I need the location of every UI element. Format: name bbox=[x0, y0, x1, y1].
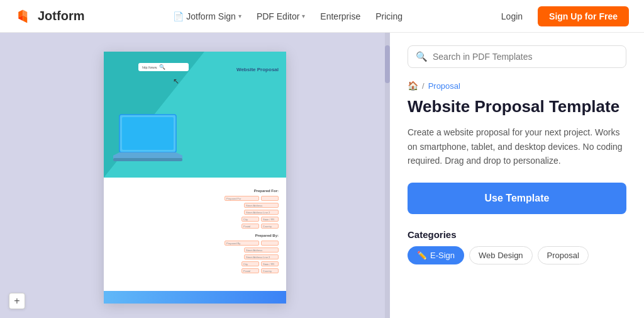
nav-enterprise[interactable]: Enterprise bbox=[314, 8, 367, 25]
scrollbar-thumb[interactable] bbox=[385, 45, 390, 83]
jotform-logo-icon bbox=[15, 8, 33, 25]
doc-field-street: Street Address bbox=[244, 203, 279, 208]
doc-browser-search-icon: 🔍 bbox=[159, 64, 165, 70]
doc-header-section: http://www. 🔍 ↖ Website Proposal bbox=[104, 52, 286, 178]
nav-pdf-editor-chevron: ▾ bbox=[302, 13, 305, 20]
doc-field-row-7: Street Address bbox=[111, 247, 279, 253]
doc-browser-bar: http://www. 🔍 bbox=[138, 63, 189, 71]
doc-prepared-for-label: Prepared For: bbox=[111, 189, 279, 193]
doc-field-street-by: Street Address bbox=[244, 247, 279, 253]
main-content: http://www. 🔍 ↖ Website Proposal bbox=[0, 33, 644, 318]
doc-field-postal-by: Postal bbox=[242, 268, 259, 273]
doc-field-row-2: Street Address bbox=[111, 203, 279, 208]
doc-field-prepared-for: Prepared For bbox=[225, 196, 259, 201]
doc-field-row-3: Street Address Line 2 bbox=[111, 210, 279, 215]
web-design-label: Web Design bbox=[479, 251, 523, 260]
search-bar: 🔍 bbox=[408, 45, 626, 68]
doc-field-street2-by: Street Address Line 2 bbox=[244, 254, 279, 259]
proposal-label: Proposal bbox=[547, 251, 579, 260]
doc-field-city: City bbox=[242, 217, 259, 222]
header: Jotform 📄 Jotform Sign ▾ PDF Editor ▾ En… bbox=[0, 0, 644, 33]
nav-enterprise-label: Enterprise bbox=[320, 11, 360, 21]
doc-field-country: Country bbox=[261, 224, 279, 229]
doc-field-country-by: Country bbox=[261, 268, 279, 273]
doc-field-row-5: Postal Country bbox=[111, 224, 279, 229]
cursor-icon: ↖ bbox=[173, 77, 179, 86]
zoom-button[interactable]: + bbox=[9, 293, 25, 309]
category-tag-web-design[interactable]: Web Design bbox=[469, 246, 533, 264]
category-tags: ✏️ E-Sign Web Design Proposal bbox=[408, 246, 626, 264]
nav-pdf-editor-label: PDF Editor bbox=[257, 11, 299, 21]
doc-field-row-4: City State / PR bbox=[111, 217, 279, 222]
doc-body: Prepared For: Prepared For Street Addres… bbox=[104, 178, 286, 281]
breadcrumb-separator: / bbox=[422, 81, 425, 91]
zoom-plus-icon: + bbox=[14, 295, 19, 307]
doc-field-prepared-by: Prepared By bbox=[225, 241, 259, 246]
doc-field-extra1 bbox=[261, 196, 279, 201]
doc-field-row: Prepared For bbox=[111, 196, 279, 201]
signup-button[interactable]: Sign Up for Free bbox=[538, 6, 629, 26]
doc-field-row-9: City State / PR bbox=[111, 261, 279, 266]
category-tag-proposal[interactable]: Proposal bbox=[538, 246, 589, 264]
svg-rect-3 bbox=[113, 158, 182, 161]
nav-jotform-sign-icon: 📄 bbox=[173, 11, 184, 21]
doc-browser-text: http://www. bbox=[142, 65, 157, 69]
doc-field-row-10: Postal Country bbox=[111, 268, 279, 273]
nav-actions: Login Sign Up for Free bbox=[491, 6, 629, 26]
breadcrumb-home-icon[interactable]: 🏠 bbox=[408, 81, 418, 91]
esign-icon: ✏️ bbox=[417, 251, 427, 260]
logo-area: Jotform bbox=[15, 8, 84, 25]
template-title: Website Proposal Template bbox=[408, 97, 626, 116]
categories-label: Categories bbox=[408, 229, 626, 240]
template-description: Create a website proposal for your next … bbox=[408, 125, 626, 168]
category-tag-esign[interactable]: ✏️ E-Sign bbox=[408, 246, 464, 264]
doc-blue-bar bbox=[104, 291, 286, 304]
doc-title: Website Proposal bbox=[236, 67, 279, 72]
right-panel: 🔍 🏠 / Proposal Website Proposal Template… bbox=[390, 33, 644, 318]
nav-pricing[interactable]: Pricing bbox=[369, 8, 409, 25]
login-button[interactable]: Login bbox=[491, 7, 533, 26]
nav-pdf-editor[interactable]: PDF Editor ▾ bbox=[250, 8, 311, 25]
logo-text: Jotform bbox=[38, 9, 84, 23]
doc-field-postal: Postal bbox=[242, 224, 259, 229]
svg-rect-2 bbox=[122, 117, 174, 150]
nav-jotform-sign-label: Jotform Sign bbox=[186, 11, 236, 21]
doc-field-row-6: Prepared By bbox=[111, 241, 279, 246]
doc-field-street2: Street Address Line 2 bbox=[244, 210, 279, 215]
nav-pricing-label: Pricing bbox=[375, 11, 402, 21]
nav-jotform-sign[interactable]: 📄 Jotform Sign ▾ bbox=[167, 8, 248, 25]
breadcrumb: 🏠 / Proposal bbox=[408, 81, 626, 91]
doc-field-row-8: Street Address Line 2 bbox=[111, 254, 279, 259]
doc-field-city-by: City bbox=[242, 261, 259, 266]
doc-field-state: State / PR bbox=[261, 217, 279, 222]
document-preview: http://www. 🔍 ↖ Website Proposal bbox=[104, 52, 286, 304]
esign-label: E-Sign bbox=[430, 251, 455, 260]
nav-jotform-sign-chevron: ▾ bbox=[238, 13, 242, 20]
use-template-button[interactable]: Use Template bbox=[408, 183, 626, 214]
laptop-illustration bbox=[113, 111, 195, 168]
scrollbar[interactable] bbox=[385, 33, 390, 318]
search-input[interactable] bbox=[433, 52, 618, 62]
left-panel: http://www. 🔍 ↖ Website Proposal bbox=[0, 33, 390, 318]
doc-field-extra2 bbox=[261, 241, 279, 246]
search-icon: 🔍 bbox=[416, 51, 428, 62]
doc-field-state-by: State / PR bbox=[261, 261, 279, 266]
main-nav: 📄 Jotform Sign ▾ PDF Editor ▾ Enterprise… bbox=[167, 8, 409, 25]
doc-prepared-by-label: Prepared By: bbox=[111, 234, 279, 237]
breadcrumb-current[interactable]: Proposal bbox=[428, 81, 460, 91]
